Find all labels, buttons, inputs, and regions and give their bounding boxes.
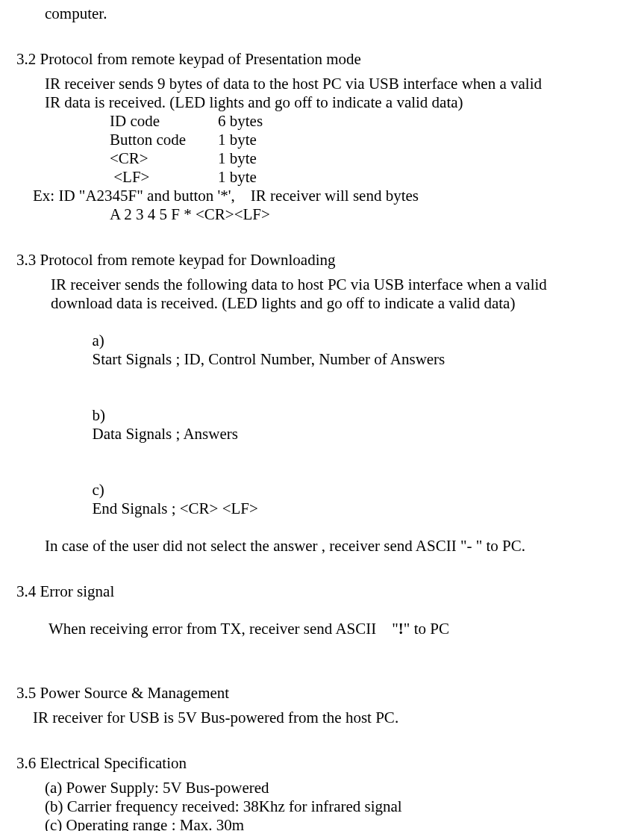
table-label: ID code [110, 112, 218, 131]
table-label: Button code [110, 131, 218, 149]
heading-3-5: 3.5 Power Source & Management [16, 684, 637, 703]
page: computer. 3.2 Protocol from remote keypa… [0, 0, 644, 831]
list-3-3: a) Start Signals ; ID, Control Number, N… [16, 313, 637, 537]
table-value: 6 bytes [218, 112, 263, 131]
heading-3-6: 3.6 Electrical Specification [16, 754, 637, 773]
body-3-2-line: IR receiver sends 9 bytes of data to the… [16, 75, 637, 93]
list-item: a) Start Signals ; ID, Control Number, N… [16, 313, 637, 388]
bang-bold: ! [398, 620, 404, 638]
list-3-6: (a) Power Supply: 5V Bus-powered (b) Car… [16, 779, 637, 831]
list-mark: c) [93, 481, 118, 499]
table-row: Button code 1 byte [16, 131, 637, 149]
spec-item: (a) Power Supply: 5V Bus-powered [16, 779, 637, 797]
body-3-3-line: IR receiver sends the following data to … [16, 276, 637, 294]
heading-3-4: 3.4 Error signal [16, 582, 637, 601]
table-value: 1 byte [218, 149, 257, 168]
table-value: 1 byte [218, 131, 257, 149]
spec-item: (b) Carrier frequency received: 38Khz fo… [16, 797, 637, 816]
body-3-3: IR receiver sends the following data to … [16, 276, 637, 313]
list-mark: a) [93, 332, 118, 350]
body-3-4-post: " to PC [404, 620, 449, 638]
table-row: <LF> 1 byte [16, 168, 637, 187]
tail-3-3: In case of the user did not select the a… [16, 537, 637, 555]
body-3-2: IR receiver sends 9 bytes of data to the… [16, 75, 637, 112]
list-text: Start Signals ; ID, Control Number, Numb… [93, 350, 446, 368]
body-3-4-pre: When receiving error from TX, receiver s… [49, 620, 398, 638]
ex-value: A 2 3 4 5 F * <CR><LF> [16, 205, 637, 224]
table-label: <CR> [110, 149, 218, 168]
ex-line: Ex: ID "A2345F" and button '*', IR recei… [16, 187, 637, 205]
table-value: 1 byte [218, 168, 257, 187]
table-row: ID code 6 bytes [16, 112, 637, 131]
body-3-3-line: download data is received. (LED lights a… [16, 294, 637, 313]
list-mark: b) [93, 406, 118, 425]
list-text: Data Signals ; Answers [93, 425, 238, 443]
body-3-5: IR receiver for USB is 5V Bus-powered fr… [16, 709, 637, 727]
table-3-2: ID code 6 bytes Button code 1 byte <CR> … [16, 112, 637, 187]
body-3-4: When receiving error from TX, receiver s… [16, 601, 637, 657]
fragment-above: computer. [16, 4, 637, 23]
list-item: b) Data Signals ; Answers [16, 388, 637, 462]
spec-item: (c) Operating range : Max. 30m [16, 816, 637, 831]
heading-3-3: 3.3 Protocol from remote keypad for Down… [16, 251, 637, 270]
list-item: c) End Signals ; <CR> <LF> [16, 462, 637, 537]
heading-3-2: 3.2 Protocol from remote keypad of Prese… [16, 50, 637, 69]
list-text: End Signals ; <CR> <LF> [93, 499, 258, 517]
body-3-2-line: IR data is received. (LED lights and go … [16, 93, 637, 112]
table-label: <LF> [110, 168, 218, 187]
table-row: <CR> 1 byte [16, 149, 637, 168]
